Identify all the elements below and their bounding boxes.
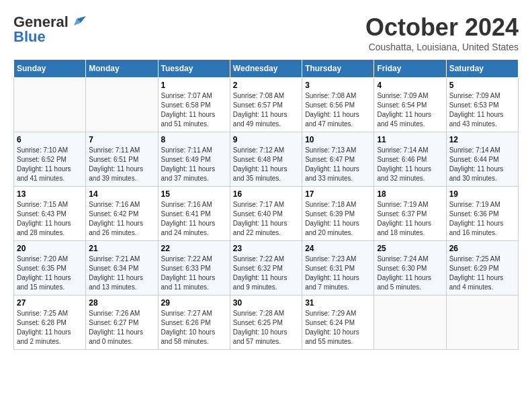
day-number: 8 [161,135,227,144]
weekday-header-thursday: Thursday [302,60,374,78]
day-info: Sunrise: 7:24 AM Sunset: 6:30 PM Dayligh… [377,255,443,292]
calendar-cell: 16Sunrise: 7:17 AM Sunset: 6:40 PM Dayli… [230,187,302,241]
calendar-cell: 31Sunrise: 7:29 AM Sunset: 6:24 PM Dayli… [302,295,374,350]
calendar-cell: 8Sunrise: 7:11 AM Sunset: 6:49 PM Daylig… [158,132,230,187]
day-info: Sunrise: 7:11 AM Sunset: 6:51 PM Dayligh… [89,146,154,183]
day-info: Sunrise: 7:10 AM Sunset: 6:52 PM Dayligh… [17,146,83,183]
day-number: 17 [305,189,371,199]
day-number: 12 [449,135,515,144]
day-info: Sunrise: 7:26 AM Sunset: 6:27 PM Dayligh… [89,309,154,347]
weekday-header-wednesday: Wednesday [230,60,302,78]
logo-bird-icon [71,16,86,28]
weekday-header-monday: Monday [86,60,158,78]
day-info: Sunrise: 7:11 AM Sunset: 6:49 PM Dayligh… [161,146,227,183]
calendar-week-row: 1Sunrise: 7:07 AM Sunset: 6:58 PM Daylig… [14,78,519,132]
day-info: Sunrise: 7:21 AM Sunset: 6:34 PM Dayligh… [89,255,154,292]
title-block: October 2024 Coushatta, Louisiana, Unite… [365,13,519,52]
day-number: 26 [449,244,515,253]
day-number: 23 [233,244,299,253]
calendar-cell: 20Sunrise: 7:20 AM Sunset: 6:35 PM Dayli… [14,241,86,295]
weekday-header-saturday: Saturday [446,60,518,78]
day-number: 25 [377,244,443,253]
day-info: Sunrise: 7:27 AM Sunset: 6:26 PM Dayligh… [161,309,227,347]
day-number: 18 [377,189,443,199]
calendar-cell: 1Sunrise: 7:07 AM Sunset: 6:58 PM Daylig… [158,78,230,132]
location-subtitle: Coushatta, Louisiana, United States [365,42,519,52]
calendar-cell: 23Sunrise: 7:22 AM Sunset: 6:32 PM Dayli… [230,241,302,295]
day-number: 5 [449,81,515,90]
day-number: 9 [233,135,299,144]
day-info: Sunrise: 7:09 AM Sunset: 6:54 PM Dayligh… [377,91,443,129]
weekday-header-sunday: Sunday [14,60,86,78]
calendar-cell: 7Sunrise: 7:11 AM Sunset: 6:51 PM Daylig… [86,132,158,187]
day-number: 28 [89,298,154,308]
calendar-cell: 13Sunrise: 7:15 AM Sunset: 6:43 PM Dayli… [14,187,86,241]
calendar-cell [446,295,518,350]
day-info: Sunrise: 7:09 AM Sunset: 6:53 PM Dayligh… [449,91,515,129]
calendar-cell: 25Sunrise: 7:24 AM Sunset: 6:30 PM Dayli… [374,241,446,295]
day-info: Sunrise: 7:07 AM Sunset: 6:58 PM Dayligh… [161,91,227,129]
weekday-header-friday: Friday [374,60,446,78]
calendar-cell: 5Sunrise: 7:09 AM Sunset: 6:53 PM Daylig… [446,78,518,132]
day-number: 11 [377,135,443,144]
calendar-cell: 30Sunrise: 7:28 AM Sunset: 6:25 PM Dayli… [230,295,302,350]
day-number: 2 [233,81,299,90]
day-info: Sunrise: 7:14 AM Sunset: 6:46 PM Dayligh… [377,146,443,183]
day-info: Sunrise: 7:08 AM Sunset: 6:56 PM Dayligh… [305,91,371,129]
calendar-cell: 27Sunrise: 7:25 AM Sunset: 6:28 PM Dayli… [14,295,86,350]
day-info: Sunrise: 7:08 AM Sunset: 6:57 PM Dayligh… [233,91,299,129]
calendar-cell [374,295,446,350]
day-info: Sunrise: 7:13 AM Sunset: 6:47 PM Dayligh… [305,146,371,183]
calendar-cell: 24Sunrise: 7:23 AM Sunset: 6:31 PM Dayli… [302,241,374,295]
day-info: Sunrise: 7:16 AM Sunset: 6:41 PM Dayligh… [161,200,227,238]
calendar-cell: 18Sunrise: 7:19 AM Sunset: 6:37 PM Dayli… [374,187,446,241]
day-number: 7 [89,135,154,144]
weekday-header-row: SundayMondayTuesdayWednesdayThursdayFrid… [14,60,519,78]
weekday-header-tuesday: Tuesday [158,60,230,78]
calendar-week-row: 6Sunrise: 7:10 AM Sunset: 6:52 PM Daylig… [14,132,519,187]
day-info: Sunrise: 7:22 AM Sunset: 6:33 PM Dayligh… [161,255,227,292]
day-number: 30 [233,298,299,308]
calendar-cell: 11Sunrise: 7:14 AM Sunset: 6:46 PM Dayli… [374,132,446,187]
calendar-cell: 3Sunrise: 7:08 AM Sunset: 6:56 PM Daylig… [302,78,374,132]
day-number: 1 [161,81,227,90]
calendar-week-row: 13Sunrise: 7:15 AM Sunset: 6:43 PM Dayli… [14,187,519,241]
month-title: October 2024 [365,13,519,42]
day-info: Sunrise: 7:16 AM Sunset: 6:42 PM Dayligh… [89,200,154,238]
day-number: 15 [161,189,227,199]
calendar-table: SundayMondayTuesdayWednesdayThursdayFrid… [13,59,519,350]
calendar-cell: 15Sunrise: 7:16 AM Sunset: 6:41 PM Dayli… [158,187,230,241]
day-info: Sunrise: 7:17 AM Sunset: 6:40 PM Dayligh… [233,200,299,238]
calendar-week-row: 20Sunrise: 7:20 AM Sunset: 6:35 PM Dayli… [14,241,519,295]
day-number: 6 [17,135,83,144]
calendar-cell [86,78,158,132]
day-number: 13 [17,189,83,199]
day-number: 20 [17,244,83,253]
day-info: Sunrise: 7:15 AM Sunset: 6:43 PM Dayligh… [17,200,83,238]
day-info: Sunrise: 7:19 AM Sunset: 6:37 PM Dayligh… [377,200,443,238]
calendar-cell [14,78,86,132]
calendar-cell: 10Sunrise: 7:13 AM Sunset: 6:47 PM Dayli… [302,132,374,187]
day-number: 21 [89,244,154,253]
calendar-cell: 17Sunrise: 7:18 AM Sunset: 6:39 PM Dayli… [302,187,374,241]
calendar-cell: 14Sunrise: 7:16 AM Sunset: 6:42 PM Dayli… [86,187,158,241]
day-info: Sunrise: 7:12 AM Sunset: 6:48 PM Dayligh… [233,146,299,183]
page-header: General Blue October 2024 Coushatta, Lou… [13,13,519,52]
day-number: 10 [305,135,371,144]
day-info: Sunrise: 7:22 AM Sunset: 6:32 PM Dayligh… [233,255,299,292]
calendar-cell: 9Sunrise: 7:12 AM Sunset: 6:48 PM Daylig… [230,132,302,187]
calendar-cell: 22Sunrise: 7:22 AM Sunset: 6:33 PM Dayli… [158,241,230,295]
logo: General Blue [13,13,86,46]
calendar-cell: 28Sunrise: 7:26 AM Sunset: 6:27 PM Dayli… [86,295,158,350]
day-info: Sunrise: 7:29 AM Sunset: 6:24 PM Dayligh… [305,309,371,347]
calendar-cell: 19Sunrise: 7:19 AM Sunset: 6:36 PM Dayli… [446,187,518,241]
day-number: 31 [305,298,371,308]
calendar-cell: 21Sunrise: 7:21 AM Sunset: 6:34 PM Dayli… [86,241,158,295]
day-info: Sunrise: 7:19 AM Sunset: 6:36 PM Dayligh… [449,200,515,238]
day-number: 3 [305,81,371,90]
day-info: Sunrise: 7:18 AM Sunset: 6:39 PM Dayligh… [305,200,371,238]
day-number: 29 [161,298,227,308]
calendar-week-row: 27Sunrise: 7:25 AM Sunset: 6:28 PM Dayli… [14,295,519,350]
calendar-cell: 2Sunrise: 7:08 AM Sunset: 6:57 PM Daylig… [230,78,302,132]
calendar-cell: 4Sunrise: 7:09 AM Sunset: 6:54 PM Daylig… [374,78,446,132]
